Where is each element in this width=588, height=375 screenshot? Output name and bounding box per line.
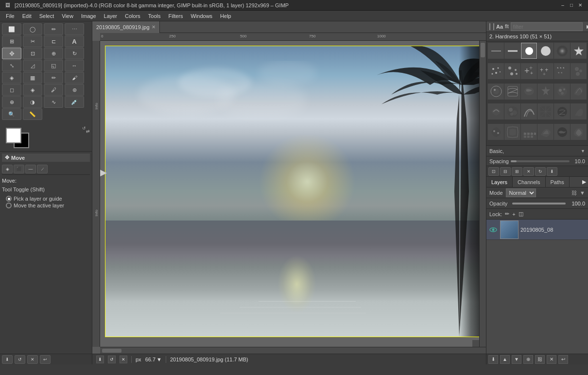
status-restore-btn[interactable]: ↺ <box>108 356 116 363</box>
menu-file[interactable]: File <box>2 12 18 20</box>
brush-item-19[interactable] <box>488 103 504 119</box>
canvas-viewport[interactable]: ▶ <box>100 41 479 347</box>
tool-smudge[interactable]: ∿ <box>44 96 63 108</box>
menu-colors[interactable]: Colors <box>121 12 144 20</box>
tool-crop[interactable]: ⊕ <box>44 48 63 59</box>
tool-ink[interactable]: 🖋 <box>44 84 63 96</box>
tool-move[interactable]: ✥ <box>2 48 21 59</box>
brushes-filter-input[interactable] <box>511 22 583 31</box>
brush-item-11[interactable]: * * * * * <box>554 63 570 79</box>
mode-select[interactable]: Normal <box>506 188 536 197</box>
layers-delete-btn[interactable]: ✕ <box>547 355 556 364</box>
brush-item-10[interactable]: + + + <box>537 63 553 79</box>
brush-tool-4[interactable]: ✕ <box>523 167 534 176</box>
brush-item-22[interactable] <box>537 103 553 119</box>
brush-item-7[interactable] <box>488 63 504 79</box>
tool-pencil[interactable]: ✏ <box>44 72 63 84</box>
tool-flip[interactable]: ↔ <box>65 60 84 71</box>
brush-item-5[interactable] <box>554 43 570 59</box>
mode-extra-icon[interactable]: ▼ <box>580 190 585 196</box>
tool-free-select[interactable]: ✏ <box>44 23 63 35</box>
opt-btn-4[interactable]: ⟋ <box>37 165 48 173</box>
menu-filters[interactable]: Filters <box>165 12 187 20</box>
menu-windows[interactable]: Windows <box>187 12 216 20</box>
brush-tool-6[interactable]: ⬇ <box>547 167 557 176</box>
brush-item-26[interactable] <box>504 124 520 140</box>
tool-bucket[interactable]: ◈ <box>2 72 21 84</box>
tool-align[interactable]: ⊡ <box>23 48 42 59</box>
tab-channels[interactable]: Channels <box>513 177 545 187</box>
opt-btn-2[interactable]: ⬛ <box>14 165 24 173</box>
brush-item-6[interactable] <box>571 43 587 59</box>
brush-item-1[interactable] <box>488 43 504 59</box>
tool-color-picker[interactable]: 💉 <box>65 96 84 108</box>
zoom-dropdown[interactable]: ▼ <box>156 357 162 362</box>
brush-tool-2[interactable]: ⊟ <box>500 167 511 176</box>
tool-select-color[interactable]: ⊞ <box>2 35 21 47</box>
status-save-btn[interactable]: ⬇ <box>96 356 104 363</box>
menu-help[interactable]: Help <box>216 12 235 20</box>
brush-tool-1[interactable]: ⊡ <box>488 167 499 176</box>
tb-btn-reset[interactable]: ↩ <box>40 355 51 364</box>
minimize-button[interactable]: – <box>559 1 567 9</box>
maximize-button[interactable]: □ <box>568 1 575 9</box>
layers-anchor-btn[interactable]: ↩ <box>558 355 568 364</box>
brush-item-13[interactable] <box>488 84 504 100</box>
tool-eraser[interactable]: ◻ <box>2 84 21 96</box>
close-button[interactable]: ✕ <box>576 1 584 9</box>
brush-type-dropdown-arrow[interactable]: ▼ <box>581 149 585 153</box>
tool-rotate[interactable]: ↻ <box>65 48 84 59</box>
brush-item-18[interactable] <box>571 84 587 100</box>
brush-item-2[interactable] <box>504 43 520 59</box>
tool-rect-select[interactable]: ⬜ <box>2 23 21 35</box>
layers-save-btn[interactable]: ⬇ <box>488 355 498 364</box>
tool-fuzzy-select[interactable]: ⋯ <box>65 23 84 35</box>
lock-pencil-icon[interactable]: ✏ <box>505 211 509 217</box>
canvas-scrollbar-h[interactable] <box>100 347 486 354</box>
radio-move-active-btn[interactable] <box>6 203 12 208</box>
radio-move-active[interactable]: Move the active layer <box>2 202 90 209</box>
tool-shear[interactable]: ◿ <box>23 60 42 71</box>
lock-plus-icon[interactable]: + <box>512 211 515 217</box>
canvas-image[interactable] <box>105 46 479 337</box>
brush-item-28[interactable] <box>537 124 553 140</box>
brush-item-27[interactable]: ≋≋≋≋ ≋≋≋ <box>521 124 537 140</box>
layers-down-btn[interactable]: ▼ <box>512 355 521 364</box>
canvas-tab[interactable]: 20190805_080919.jpg ✕ <box>92 21 160 33</box>
tb-btn-save[interactable]: ⬇ <box>2 355 13 364</box>
brush-item-24[interactable] <box>571 103 587 119</box>
layers-chain-btn[interactable]: ⛓ <box>535 355 545 364</box>
brush-item-16[interactable] <box>537 84 553 100</box>
layer-visibility-btn[interactable] <box>488 225 498 235</box>
menu-layer[interactable]: Layer <box>100 12 121 20</box>
radio-pick-layer-btn[interactable] <box>6 196 12 202</box>
swap-colors-icon[interactable]: ⇄ <box>86 129 90 134</box>
brush-tool-5[interactable]: ↻ <box>535 167 546 176</box>
brush-item-21[interactable] <box>521 103 537 119</box>
tool-paths[interactable]: ⊏ <box>44 35 63 47</box>
vscroll-thumb[interactable] <box>481 43 485 57</box>
tool-clone[interactable]: ⊛ <box>65 84 84 96</box>
tool-scale[interactable]: ⤡ <box>2 60 21 71</box>
tool-dodge-burn[interactable]: ◑ <box>23 96 42 108</box>
layers-duplicate-btn[interactable]: ⊕ <box>523 355 533 364</box>
brushes-bg-icon[interactable] <box>493 23 494 30</box>
tool-heal[interactable]: ⊕ <box>2 96 21 108</box>
opt-btn-1[interactable]: ◈ <box>2 165 13 173</box>
brush-item-4[interactable] <box>537 43 553 59</box>
layer-row-1[interactable]: 20190805_08 <box>486 220 588 240</box>
tb-btn-restore[interactable]: ↺ <box>15 355 25 364</box>
tab-layers[interactable]: Layers <box>486 177 513 187</box>
brush-item-9[interactable]: + + + <box>521 63 537 79</box>
brush-item-30[interactable] <box>571 124 587 140</box>
brush-item-23[interactable] <box>554 103 570 119</box>
tab-paths[interactable]: Paths <box>546 177 570 187</box>
brush-item-20[interactable] <box>504 103 520 119</box>
brush-item-12[interactable] <box>571 63 587 79</box>
tool-measure[interactable]: 📏 <box>23 108 42 120</box>
tool-zoom[interactable]: 🔍 <box>2 108 21 120</box>
canvas-scrollbar-v[interactable] <box>479 41 486 347</box>
brush-item-17[interactable] <box>554 84 570 100</box>
menu-view[interactable]: View <box>58 12 77 20</box>
brushes-filter-icon[interactable]: flt <box>505 22 509 31</box>
